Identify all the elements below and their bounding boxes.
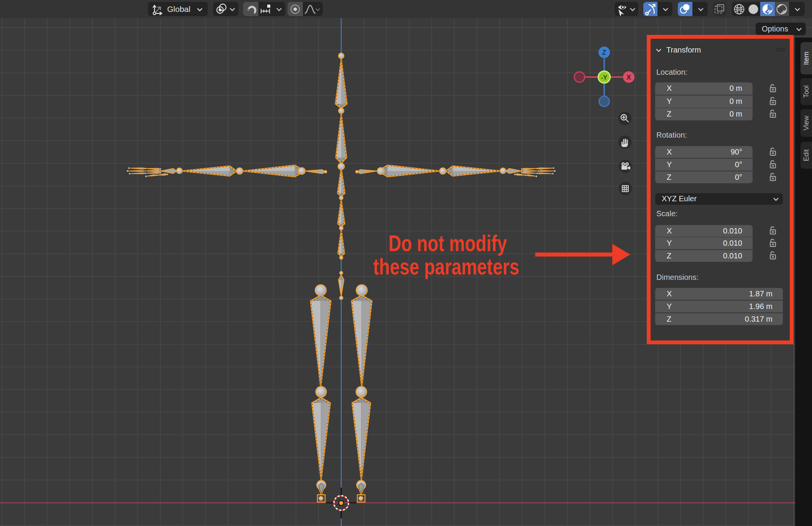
- svg-text:X: X: [626, 74, 631, 81]
- svg-text:-Y: -Y: [601, 74, 607, 81]
- svg-text:Z: Z: [602, 49, 607, 56]
